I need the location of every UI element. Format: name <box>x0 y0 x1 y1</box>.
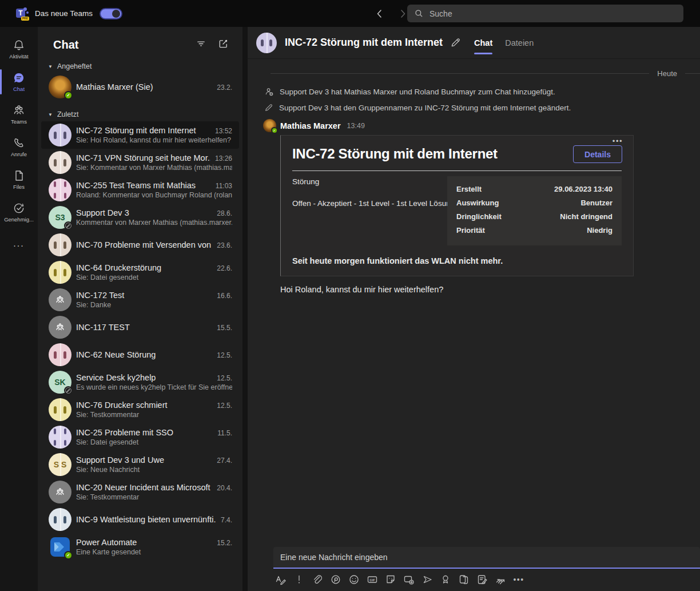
phone-icon <box>13 137 25 149</box>
avatar <box>49 261 71 284</box>
group-icon <box>54 294 66 306</box>
list-item-inc71[interactable]: INC-71 VPN Störung seit heute Mor...13:2… <box>41 149 239 176</box>
rail-item-aktivitaet[interactable]: Aktivität <box>0 33 38 65</box>
ellipsis-icon: ... <box>13 239 24 249</box>
gif-icon[interactable]: GIF <box>367 574 378 585</box>
message-input-box[interactable] <box>273 547 700 569</box>
avatar <box>49 151 71 174</box>
tab-dateien[interactable]: Dateien <box>499 27 540 59</box>
card-description: Seit heute morgen funktioniert das WLAN … <box>292 256 622 265</box>
system-message: Support Dev 3 hat den Gruppennamen zu IN… <box>248 100 700 116</box>
viva-icon[interactable] <box>495 574 506 585</box>
format-icon[interactable] <box>275 574 287 585</box>
attach-icon[interactable] <box>312 574 323 585</box>
search-icon <box>415 9 423 18</box>
approvals-icon[interactable] <box>458 574 470 585</box>
section-zuletzt[interactable]: ▼ Zuletzt <box>38 108 242 121</box>
list-item-service-desk[interactable]: SK Service Desk ky2help12.5. Es wurde ei… <box>41 368 239 396</box>
important-icon[interactable] <box>293 574 305 585</box>
avatar: SK <box>49 371 71 394</box>
section-angeheftet[interactable]: ▼ Angeheftet <box>38 60 242 73</box>
card-category: Störung <box>292 177 447 186</box>
compose-toolbar: GIF ••• <box>275 574 700 585</box>
details-button[interactable]: Details <box>573 145 622 163</box>
filter-icon[interactable] <box>196 38 206 51</box>
avatar <box>49 288 71 311</box>
fact-row: AuswirkungBenutzer <box>456 196 612 210</box>
avatar <box>49 124 71 146</box>
message-text: Hoi Roland, kannst du mir hier weiterhel… <box>280 285 700 294</box>
new-teams-toggle[interactable] <box>100 8 122 19</box>
app-rail: Aktivität Chat Teams Anrufe Files Ge <box>0 27 38 591</box>
share-arrow-icon[interactable] <box>421 574 433 585</box>
tasks-icon[interactable] <box>476 574 488 585</box>
presence-blocked-badge <box>64 221 73 230</box>
date-divider: Heute <box>271 69 700 78</box>
avatar <box>49 508 71 531</box>
list-item-inc255[interactable]: INC-255 Test Teams mit Mathias11:03 Rola… <box>41 176 239 204</box>
list-item-inc72[interactable]: INC-72 Störung mit dem Internet13:52 Sie… <box>41 121 239 149</box>
tab-chat[interactable]: Chat <box>468 27 499 59</box>
message-input[interactable] <box>273 553 700 562</box>
rail-more-button[interactable]: ... <box>13 235 24 252</box>
group-icon <box>54 486 66 498</box>
list-item-mathias-marxer[interactable]: ✓ Mathias Marxer (Sie)23.2. <box>41 73 239 101</box>
list-item-inc64[interactable]: INC-64 Druckerstörung22.6. Sie: Datei ge… <box>41 259 239 286</box>
list-item-inc70[interactable]: INC-70 Probleme mit Versenden von ...23.… <box>41 231 239 259</box>
rail-item-chat[interactable]: Chat <box>0 65 38 98</box>
chatlist-title: Chat <box>53 38 196 51</box>
file-icon <box>13 169 25 182</box>
sticker-icon[interactable] <box>385 574 396 585</box>
list-item-inc25[interactable]: INC-25 Probleme mit SSO11.5. Sie: Datei … <box>41 423 239 451</box>
forward-icon[interactable] <box>397 9 408 19</box>
compose-more-icon[interactable]: ••• <box>513 574 524 585</box>
conversation-tabs: Chat Dateien <box>468 27 540 59</box>
back-icon[interactable] <box>375 9 385 19</box>
video-clip-icon[interactable] <box>403 574 415 585</box>
person-add-icon <box>264 87 274 97</box>
system-message: Support Dev 3 hat Mathias Marxer und Rol… <box>248 84 700 100</box>
chevron-down-icon: ▼ <box>48 112 53 117</box>
fact-row: DringlichkeitNicht dringend <box>456 210 612 224</box>
list-item-support-dev-3[interactable]: S3 Support Dev 328.6. Kommentar von Marx… <box>41 204 239 231</box>
search-input[interactable] <box>429 9 645 18</box>
teams-people-icon <box>13 104 25 117</box>
message-author: Mathias Marxer <box>280 121 341 130</box>
list-item-inc76[interactable]: INC-76 Drucker schmiert12.5. Sie: Testko… <box>41 396 239 423</box>
list-item-power-automate[interactable]: ✓ Power Automate15.2. Eine Karte gesende… <box>41 533 239 561</box>
titlebar: T PRE Das neue Teams <box>0 0 700 27</box>
list-item-inc9[interactable]: INC-9 Wattleistung bieten unvernünfti...… <box>41 506 239 533</box>
adaptive-card: ••• INC-72 Störung mit dem Internet Deta… <box>280 135 634 276</box>
search-bar[interactable] <box>407 5 683 22</box>
new-chat-icon[interactable] <box>218 38 229 51</box>
fact-row: PrioritätNiedrig <box>456 224 612 237</box>
loop-icon[interactable] <box>330 574 341 585</box>
avatar <box>49 179 71 201</box>
avatar: S S <box>49 453 71 476</box>
avatar <box>49 316 71 339</box>
list-item-support-dev-3-und-uwe[interactable]: S S Support Dev 3 und Uwe27.4. Sie: Neue… <box>41 451 239 478</box>
rail-item-anrufe[interactable]: Anrufe <box>0 130 38 163</box>
rail-item-teams[interactable]: Teams <box>0 98 38 130</box>
edit-title-pencil-icon[interactable] <box>450 37 461 48</box>
praise-icon[interactable] <box>440 574 451 585</box>
presence-available-badge: ✓ <box>64 91 73 100</box>
presence-available-badge: ✓ <box>64 551 73 560</box>
message: ✓ Mathias Marxer 13:49 ••• INC-72 Störun… <box>248 119 700 294</box>
presence-available-badge: ✓ <box>271 127 277 133</box>
card-overflow-icon[interactable]: ••• <box>612 137 623 145</box>
list-item-inc62[interactable]: INC-62 Neue Störung12.5. <box>41 341 239 368</box>
rail-item-files[interactable]: Files <box>0 163 38 196</box>
conversation-header: INC-72 Störung mit dem Internet Chat Dat… <box>248 27 700 59</box>
approvals-check-icon <box>13 202 25 215</box>
card-status-line: Offen - Akzeptiert - 1st Level - 1st Lev… <box>292 199 447 208</box>
list-item-inc172[interactable]: INC-172 Test16.6. Sie: Danke <box>41 286 239 314</box>
message-time: 13:49 <box>347 122 365 130</box>
card-title: INC-72 Störung mit dem Internet <box>292 146 622 162</box>
conversation-avatar[interactable] <box>256 33 277 53</box>
list-item-inc117[interactable]: INC-117 TEST15.5. <box>41 314 239 341</box>
author-avatar[interactable]: ✓ <box>263 119 276 132</box>
emoji-icon[interactable] <box>348 574 360 585</box>
list-item-inc20[interactable]: INC-20 Neuer Incident aus Microsoft ...2… <box>41 478 239 506</box>
rail-item-genehmigungen[interactable]: Genehmig... <box>0 196 38 228</box>
